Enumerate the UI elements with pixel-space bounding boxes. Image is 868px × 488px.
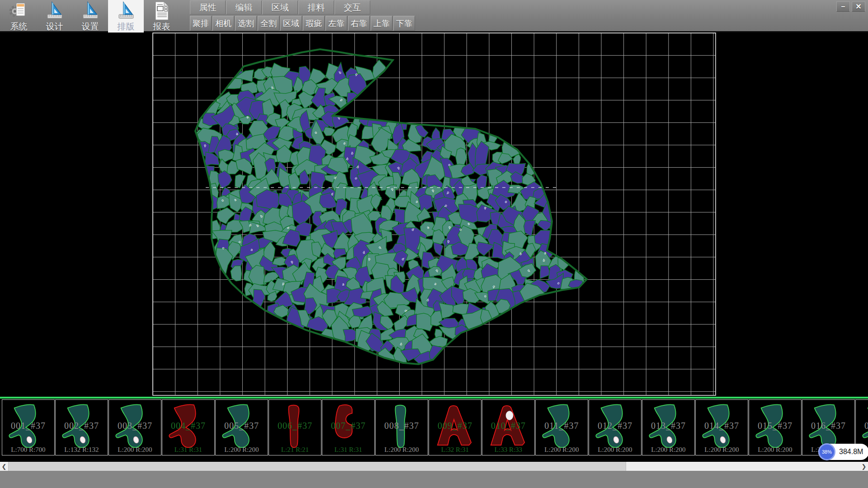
menu-nesting[interactable]: 排料 [298,0,334,14]
menu-region[interactable]: 区域 [262,0,298,14]
scroll-left-icon[interactable]: ❮ [0,462,8,471]
piece-lr-counts: L:200 R:200 [589,446,641,454]
piece-lr-counts: L:32 R:31 [429,446,481,454]
piece-lr-counts: L:200 R:200 [216,446,268,454]
thumbnail-cell[interactable]: 003_#37L:200 R:200 [108,399,161,455]
thumbnail-cell[interactable]: 012_#37L:200 R:200 [589,399,642,455]
piece-id: 013_#37 [642,421,694,431]
piece-lr-counts: L:200 R:200 [696,446,748,454]
application-window: 系统设计设置排版报表 属性编辑区域排料交互 聚排相机选割全割区域瑕疵左靠右靠上靠… [0,0,868,488]
tool-camera[interactable]: 相机 [212,16,234,31]
tab-label: 设置 [82,22,99,31]
horizontal-scrollbar[interactable]: ❮ ❯ [0,462,868,471]
tool-select-cut[interactable]: 选割 [235,16,257,31]
piece-id: 011_#37 [536,421,588,431]
thumbnail-cell[interactable]: 011_#37L:200 R:200 [535,399,588,455]
tool-cluster-nest[interactable]: 聚排 [190,16,212,31]
tool-snap-right[interactable]: 右靠 [348,16,370,31]
svg-text:o: o [484,294,486,298]
piece-lr-counts: L:700 R:700 [2,446,54,454]
piece-lr-counts: L:200 R:200 [749,446,801,454]
menu-properties[interactable]: 属性 [190,0,226,14]
thumbnail-cell[interactable]: 013_#37L:200 R:200 [642,399,695,455]
ruler-icon [80,0,101,23]
thumbnail-cell[interactable]: 015_#37L:200 R:200 [749,399,802,455]
piece-id: 005_#37 [216,421,268,431]
scrollbar-thumb[interactable] [8,462,626,471]
tool-snap-left[interactable]: 左靠 [326,16,347,31]
piece-thumbnail-strip: 001_#37L:700 R:700002_#37L:132 R:132003_… [0,399,868,456]
menu-edit[interactable]: 编辑 [226,0,262,14]
menu-interact[interactable]: 交互 [335,0,370,14]
tool-region[interactable]: 区域 [280,16,302,31]
piece-id: 014_#37 [696,421,748,431]
thumbnail-cell[interactable]: 001_#37L:700 R:700 [2,399,55,455]
piece-lr-counts: L:200 R:200 [536,446,588,454]
thumbnail-cell[interactable]: 014_#37L:200 R:200 [695,399,748,455]
thumbnail-cell[interactable]: 010_#37L:33 R:33 [482,399,535,455]
tab-label: 系统 [10,22,28,31]
piece-id: 015_#37 [749,421,801,431]
thumbnail-cell[interactable]: 004_#37L:31 R:31 [162,399,215,455]
nesting-canvas[interactable]: bqdapapaopabbbpododpppoaapqobpbadapoaopo… [0,33,868,397]
tool-snap-bottom[interactable]: 下靠 [393,16,415,31]
piece-lr-counts: L:31 R:31 [162,446,214,454]
menu-bar: 属性编辑区域排料交互 [190,0,371,14]
scroll-right-icon[interactable]: ❯ [860,462,868,471]
tab-design[interactable]: 设计 [37,0,72,33]
tab-settings[interactable]: 设置 [72,0,108,33]
piece-lr-counts: L:200 R:200 [642,446,694,454]
main-tab-bar: 系统设计设置排版报表 [1,0,179,33]
piece-id: 016_#37 [802,421,854,431]
ruler-icon [44,0,66,23]
piece-id: 008_#37 [376,421,428,431]
piece-id: 002_#37 [56,421,108,431]
piece-id: 017_#37 [856,421,868,431]
tab-nesting[interactable]: 排版 [108,0,144,33]
report-icon [151,0,173,23]
tab-label: 排版 [118,22,135,31]
piece-lr-counts: L:33 R:33 [482,446,534,454]
piece-lr-counts: L:200 R:200 [109,446,161,454]
svg-text:a: a [236,132,239,136]
thumbnail-cell[interactable]: 007_#37L:31 R:31 [322,399,375,455]
piece-id: 006_#37 [269,421,321,431]
piece-id: 009_#37 [429,421,481,431]
memory-usage-label: 384.8M [839,444,863,460]
gear-doc-icon [8,0,30,23]
thumbnail-cell[interactable]: 005_#37L:200 R:200 [215,399,268,455]
thumbnail-cell[interactable]: 009_#37L:32 R:31 [429,399,481,455]
tool-cut-all[interactable]: 全割 [258,16,279,31]
svg-text:d: d [331,192,334,196]
thumbnail-cell[interactable]: 002_#37L:132 R:132 [55,399,108,455]
ribbon-toolbar: 系统设计设置排版报表 属性编辑区域排料交互 聚排相机选割全割区域瑕疵左靠右靠上靠… [0,0,868,33]
tab-system[interactable]: 系统 [1,0,37,33]
memory-percent-indicator: 38% [818,443,835,460]
status-bar [0,471,868,488]
piece-id: 007_#37 [322,421,374,431]
tab-label: 报表 [153,22,170,31]
close-button[interactable]: ✕ [852,1,865,12]
tool-bar: 聚排相机选割全割区域瑕疵左靠右靠上靠下靠 [190,16,416,31]
memory-badge[interactable]: 38% 384.8M [818,444,868,460]
piece-id: 010_#37 [482,421,534,431]
piece-id: 001_#37 [2,421,54,431]
piece-id: 004_#37 [162,421,214,431]
window-controls: – ✕ [836,1,865,12]
tab-label: 设计 [46,22,63,31]
minimize-button[interactable]: – [836,1,850,12]
thumbnail-cell[interactable]: 008_#37L:200 R:200 [375,399,428,455]
piece-lr-counts: L:31 R:31 [322,446,374,454]
svg-text:a: a [250,248,253,252]
piece-lr-counts: L:21 R:21 [269,446,321,454]
ruler-icon [115,0,137,23]
tool-snap-top[interactable]: 上靠 [371,16,392,31]
piece-id: 012_#37 [589,421,641,431]
piece-lr-counts: L:132 R:132 [56,446,108,454]
tool-defect[interactable]: 瑕疵 [303,16,325,31]
piece-lr-counts: L:200 R:200 [376,446,428,454]
piece-id: 003_#37 [109,421,161,431]
tab-report[interactable]: 报表 [144,0,179,33]
thumbnail-cell[interactable]: 006_#37L:21 R:21 [269,399,321,455]
